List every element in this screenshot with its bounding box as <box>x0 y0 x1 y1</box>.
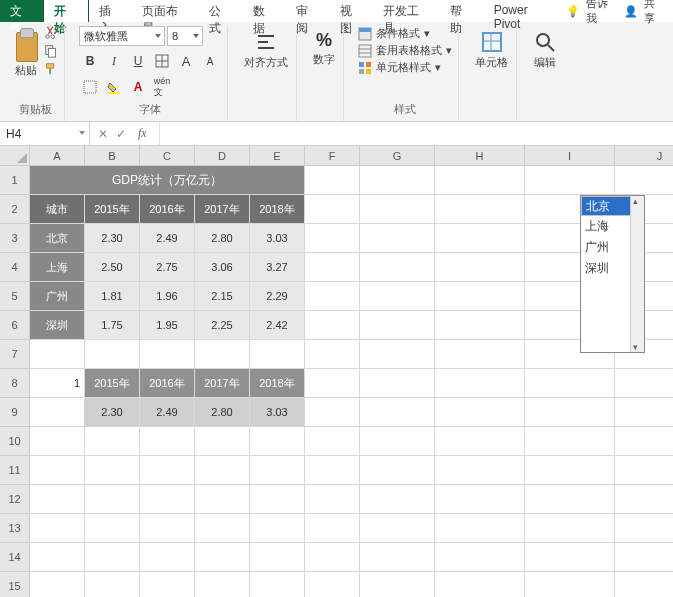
cell[interactable] <box>140 427 195 456</box>
cell[interactable]: 1 <box>30 369 85 398</box>
cell[interactable]: 2.15 <box>195 282 250 311</box>
font-size-select[interactable]: 8 <box>167 26 203 46</box>
cell[interactable] <box>525 166 615 195</box>
paste-button[interactable]: 粘贴 <box>15 64 37 77</box>
cell[interactable]: 1.96 <box>140 282 195 311</box>
cell[interactable] <box>305 543 360 572</box>
cell[interactable] <box>435 195 525 224</box>
cell[interactable] <box>140 485 195 514</box>
cell[interactable]: 2.25 <box>195 311 250 340</box>
cell[interactable] <box>195 485 250 514</box>
cell[interactable] <box>435 427 525 456</box>
cell[interactable] <box>360 282 435 311</box>
tab-layout[interactable]: 页面布局 <box>132 0 199 22</box>
cell[interactable] <box>360 398 435 427</box>
table-format-button[interactable]: 套用表格格式 ▾ <box>358 43 452 58</box>
cell[interactable]: 广州 <box>30 282 85 311</box>
row-header[interactable]: 4 <box>0 253 30 282</box>
cell[interactable]: 2017年 <box>195 195 250 224</box>
cell[interactable] <box>85 543 140 572</box>
cell[interactable]: 深圳 <box>30 311 85 340</box>
font-color-button[interactable]: A <box>127 76 149 98</box>
row-header[interactable]: 11 <box>0 456 30 485</box>
cell[interactable] <box>305 572 360 597</box>
cell[interactable] <box>250 514 305 543</box>
cell[interactable] <box>30 456 85 485</box>
cell[interactable]: 2015年 <box>85 369 140 398</box>
cell[interactable]: 3.06 <box>195 253 250 282</box>
cell[interactable]: 2.49 <box>140 224 195 253</box>
cell[interactable] <box>360 224 435 253</box>
cell[interactable] <box>140 543 195 572</box>
cell[interactable] <box>85 485 140 514</box>
cell[interactable] <box>360 514 435 543</box>
cell[interactable] <box>195 340 250 369</box>
cell[interactable] <box>305 485 360 514</box>
copy-icon[interactable] <box>44 44 58 58</box>
format-painter-icon[interactable] <box>44 62 58 76</box>
font-shrink-button[interactable]: A <box>199 50 221 72</box>
row-header[interactable]: 8 <box>0 369 30 398</box>
cell[interactable] <box>305 224 360 253</box>
cell[interactable]: 2015年 <box>85 195 140 224</box>
tab-help[interactable]: 帮助 <box>440 0 483 22</box>
conditional-format-button[interactable]: 条件格式 ▾ <box>358 26 452 41</box>
paste-icon[interactable] <box>12 26 40 62</box>
tab-formulas[interactable]: 公式 <box>199 0 242 22</box>
cells-button[interactable]: 单元格 <box>473 26 510 73</box>
cell[interactable] <box>435 253 525 282</box>
share-icon[interactable]: 👤 <box>624 5 638 18</box>
cell[interactable] <box>85 340 140 369</box>
cell[interactable] <box>525 427 615 456</box>
cell[interactable] <box>305 166 360 195</box>
cell[interactable] <box>140 514 195 543</box>
row-header[interactable]: 14 <box>0 543 30 572</box>
cell[interactable] <box>305 340 360 369</box>
cell[interactable] <box>305 398 360 427</box>
cell[interactable] <box>615 456 673 485</box>
cell[interactable] <box>30 340 85 369</box>
font-grow-button[interactable]: A <box>175 50 197 72</box>
row-headers[interactable]: 12345678910111213141516 <box>0 166 30 597</box>
cell[interactable]: 城市 <box>30 195 85 224</box>
cell[interactable] <box>305 282 360 311</box>
cell[interactable] <box>250 485 305 514</box>
cell[interactable] <box>305 514 360 543</box>
cell[interactable] <box>525 543 615 572</box>
cell[interactable]: 3.27 <box>250 253 305 282</box>
cell[interactable] <box>525 572 615 597</box>
column-header[interactable]: A <box>30 146 85 166</box>
cancel-formula-icon[interactable]: ✕ <box>98 127 108 141</box>
cell[interactable] <box>85 456 140 485</box>
cell[interactable]: GDP统计（万亿元） <box>30 166 305 195</box>
border-button[interactable] <box>151 50 173 72</box>
cell[interactable] <box>305 311 360 340</box>
cell[interactable]: 北京 <box>30 224 85 253</box>
cell[interactable] <box>435 369 525 398</box>
cell[interactable] <box>435 340 525 369</box>
share-label[interactable]: 共享 <box>644 0 665 26</box>
column-header[interactable]: B <box>85 146 140 166</box>
cell[interactable] <box>360 195 435 224</box>
select-all-corner[interactable] <box>0 146 30 166</box>
underline-button[interactable]: U <box>127 50 149 72</box>
row-header[interactable]: 2 <box>0 195 30 224</box>
cell[interactable] <box>360 166 435 195</box>
row-header[interactable]: 10 <box>0 427 30 456</box>
cell[interactable] <box>195 543 250 572</box>
cell[interactable] <box>615 514 673 543</box>
cell[interactable] <box>360 572 435 597</box>
phonetic-button[interactable]: wén文 <box>151 76 173 98</box>
tab-file[interactable]: 文件 <box>0 0 44 22</box>
tell-me-label[interactable]: 告诉我 <box>586 0 618 26</box>
cell[interactable] <box>250 427 305 456</box>
cell[interactable] <box>360 427 435 456</box>
cell[interactable] <box>30 543 85 572</box>
number-format-button[interactable]: % 数字 <box>311 26 337 70</box>
cell[interactable] <box>140 456 195 485</box>
enter-formula-icon[interactable]: ✓ <box>116 127 126 141</box>
fill-color-button[interactable] <box>103 76 125 98</box>
cell[interactable]: 2.29 <box>250 282 305 311</box>
cell[interactable] <box>435 543 525 572</box>
column-headers[interactable]: ABCDEFGHIJ <box>30 146 673 166</box>
